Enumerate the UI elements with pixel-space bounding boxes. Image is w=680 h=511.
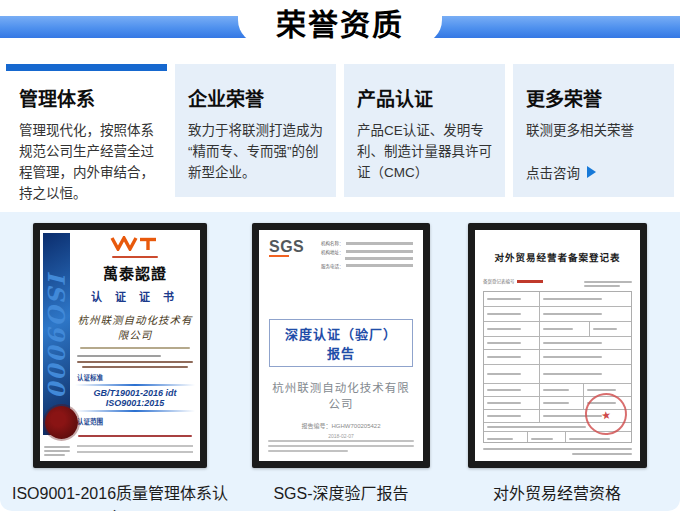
- report-title-box: 深度认证（验厂）报告: [269, 319, 413, 367]
- tab-heading: 企业荣誉: [188, 84, 324, 111]
- form-row: [484, 365, 631, 384]
- form-cell: [484, 322, 540, 336]
- form-cell: [540, 384, 584, 396]
- fine-print-line: [44, 450, 70, 452]
- fine-print-line: [268, 450, 348, 452]
- tab-description: 致力于将联测打造成为“精而专、专而强”的创新型企业。: [188, 120, 324, 183]
- fine-print-line: [77, 361, 192, 363]
- scope-text-line: [78, 435, 192, 437]
- form-cell: [484, 397, 540, 409]
- fine-print-line: [487, 356, 521, 358]
- certificate-doc-title: 认 证 证 书: [75, 288, 195, 304]
- tab-heading: 产品认证: [357, 84, 493, 111]
- page-title: 荣誉资质: [276, 0, 404, 44]
- fine-print-block: [44, 446, 70, 456]
- info-value-line: [345, 257, 413, 260]
- form-cell: [540, 365, 631, 383]
- info-label: 服务电话：: [321, 263, 344, 269]
- form-cell: [484, 350, 540, 364]
- fine-print-line: [487, 328, 521, 330]
- fine-print-line: [543, 402, 569, 404]
- form-cell: [484, 307, 540, 321]
- fine-print-line: [584, 285, 620, 287]
- fine-print-line: [543, 342, 603, 344]
- fine-print-line: [487, 415, 521, 417]
- form-cell: [540, 337, 631, 349]
- report-date: 2018-02-07: [269, 433, 413, 439]
- certificate-caption: SGS-深度验厂报告: [241, 480, 441, 504]
- fine-print-block: [268, 440, 414, 452]
- fine-print-line: [82, 366, 188, 368]
- sgs-header: SGS 机构名称： 机构地址：: [269, 240, 413, 271]
- fine-print-line: [483, 448, 632, 450]
- tab-product-certification[interactable]: 产品认证 产品CE认证、发明专利、制造计量器具许可证（CMC）: [344, 64, 505, 197]
- form-cell: [484, 365, 540, 383]
- info-row: 服务电话：: [321, 263, 413, 269]
- tab-heading: 管理体系: [19, 84, 155, 111]
- page-title-tab: 荣誉资质: [238, 0, 442, 44]
- form-cell: [540, 322, 590, 336]
- certified-company-name: 杭州联测自动化技术有限公司: [269, 379, 413, 411]
- fine-print-line: [77, 355, 161, 357]
- report-number: 报告编号：HGHW700205422: [269, 421, 413, 430]
- info-value-line: [346, 264, 414, 267]
- form-subheader: 备案登记表编号: [483, 269, 632, 287]
- certificate-trade-paper: 对外贸易经营者备案登记表 备案登记表编号: [475, 230, 640, 461]
- play-arrow-icon: [587, 166, 596, 178]
- form-cell: [540, 397, 584, 409]
- iso9000-side-band: ISO9000: [43, 233, 70, 435]
- certificate-caption: 对外贸易经营资格: [457, 480, 657, 504]
- fine-print-paragraph: [77, 445, 192, 455]
- form-cell: [484, 337, 540, 349]
- form-cell: [484, 410, 540, 422]
- wit-logo-icon: [110, 236, 160, 251]
- fine-print-line: [268, 445, 414, 447]
- fine-print-line: [543, 313, 603, 315]
- info-row: 机构地址：: [321, 249, 413, 255]
- fine-print-line: [531, 438, 553, 440]
- report-title-wrap: 深度认证（验厂）报告: [269, 319, 413, 367]
- certificate-body: 对外贸易经营者备案登记表 备案登记表编号: [475, 230, 640, 461]
- certificate-sgs-paper: SGS 机构名称： 机构地址：: [259, 230, 423, 461]
- iso9000-side-text: ISO9000: [43, 271, 70, 396]
- fine-print-line: [80, 347, 190, 349]
- gallery-section: ISO9000 萬泰認證 认 证 证 书 杭州联测自动化技术有限公司: [0, 212, 680, 511]
- form-cell: [590, 322, 631, 336]
- tab-management-system[interactable]: 管理体系 管理现代化，按照体系规范公司生产经营全过程管理，内外审结合，持之以恒。: [6, 64, 167, 197]
- info-value-line: [346, 250, 414, 253]
- tab-description: 联测更多相关荣誉: [526, 120, 662, 141]
- fine-print-line: [543, 298, 603, 300]
- info-row: 机构名称：: [321, 240, 413, 246]
- form-row: [484, 350, 631, 365]
- form-cell: [484, 384, 540, 396]
- page-root: 荣誉资质 管理体系 管理现代化，按照体系规范公司生产经营全过程管理，内外审结合，…: [0, 0, 680, 511]
- fine-print-line: [593, 328, 618, 330]
- certifier-name: 萬泰認證: [75, 262, 195, 283]
- fine-print-line: [487, 402, 521, 404]
- form-title: 对外贸易经营者备案登记表: [483, 250, 632, 264]
- certificate-iso9001-frame: ISO9000 萬泰認證 认 证 证 书 杭州联测自动化技术有限公司: [33, 223, 207, 468]
- tabs-section: 管理体系 管理现代化，按照体系规范公司生产经营全过程管理，内外审结合，持之以恒。…: [6, 64, 674, 197]
- info-label: 机构地址：: [321, 249, 344, 255]
- certified-company-name: 杭州联测自动化技术有限公司: [75, 312, 195, 342]
- fine-print-line: [572, 453, 632, 455]
- fine-print-line: [543, 389, 569, 391]
- red-seal-icon: [45, 406, 78, 439]
- tab-description: 产品CE认证、发明专利、制造计量器具许可证（CMC）: [357, 120, 493, 183]
- tab-enterprise-honor[interactable]: 企业荣誉 致力于将联测打造成为“精而专、专而强”的创新型企业。: [175, 64, 336, 197]
- tab-more-honors[interactable]: 更多荣誉 联测更多相关荣誉 点击咨询: [513, 64, 674, 197]
- fine-print-line: [487, 426, 586, 428]
- form-cell: [540, 307, 631, 321]
- registration-number: 备案登记表编号: [483, 269, 543, 287]
- info-label: 机构名称：: [321, 240, 344, 246]
- form-row: [484, 322, 631, 337]
- info-value-line: [346, 242, 414, 245]
- form-cell: [540, 292, 631, 306]
- form-row: [484, 307, 631, 322]
- fine-print-line: [584, 281, 632, 283]
- consult-link-label: 点击咨询: [526, 162, 580, 182]
- consult-link[interactable]: 点击咨询: [526, 162, 662, 182]
- fine-print-line: [543, 373, 603, 375]
- divider: [75, 410, 195, 412]
- certificate-trade-frame: 对外贸易经营者备案登记表 备案登记表编号: [468, 223, 647, 468]
